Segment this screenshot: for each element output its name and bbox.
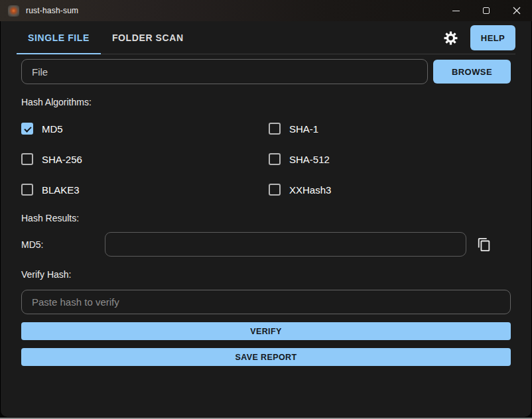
save-report-button[interactable]: SAVE REPORT bbox=[21, 348, 511, 366]
file-picker-row: BROWSE bbox=[21, 59, 511, 84]
verify-button[interactable]: VERIFY bbox=[21, 322, 511, 340]
copy-button[interactable] bbox=[476, 237, 492, 253]
copy-icon bbox=[477, 237, 492, 252]
algorithm-label-md5: MD5 bbox=[42, 123, 63, 135]
algorithm-option-xxhash3[interactable]: XXHash3 bbox=[269, 184, 511, 196]
file-input[interactable] bbox=[21, 59, 428, 84]
window-title: rust-hash-sum bbox=[26, 6, 78, 15]
algorithm-label-sha512: SHA-512 bbox=[289, 154, 330, 165]
hash-algorithms-heading: Hash Algorithms: bbox=[21, 97, 511, 107]
window-controls bbox=[440, 0, 532, 21]
maximize-button[interactable] bbox=[471, 0, 501, 21]
maximize-icon bbox=[483, 7, 490, 14]
titlebar: rust-hash-sum bbox=[0, 0, 532, 21]
algorithm-option-sha1[interactable]: SHA-1 bbox=[269, 123, 511, 135]
checkbox-sha256[interactable] bbox=[21, 153, 33, 165]
checkbox-sha1[interactable] bbox=[269, 123, 281, 135]
browse-button[interactable]: BROWSE bbox=[433, 60, 511, 84]
gear-icon bbox=[443, 30, 458, 46]
algorithm-label-blake3: BLAKE3 bbox=[42, 184, 80, 196]
checkbox-xxhash3[interactable] bbox=[269, 184, 281, 196]
algorithm-label-xxhash3: XXHash3 bbox=[289, 184, 331, 196]
minimize-icon bbox=[452, 11, 460, 11]
help-button[interactable]: HELP bbox=[470, 25, 515, 50]
close-button[interactable] bbox=[501, 0, 532, 21]
settings-button[interactable] bbox=[442, 30, 458, 46]
verify-hash-heading: Verify Hash: bbox=[21, 270, 511, 280]
checkbox-blake3[interactable] bbox=[21, 184, 33, 196]
tab-folder-scan[interactable]: FOLDER SCAN bbox=[101, 21, 195, 54]
md5-result-field[interactable] bbox=[105, 232, 466, 257]
hash-results-heading: Hash Results: bbox=[21, 213, 511, 223]
algorithm-checkbox-grid: MD5 SHA-1 SHA-256 SHA-512 BLAKE3 XXHash3 bbox=[21, 123, 511, 196]
single-file-panel: BROWSE Hash Algorithms: MD5 SHA-1 SHA-25… bbox=[0, 59, 532, 366]
close-icon bbox=[513, 7, 521, 15]
app-window: rust-hash-sum SINGLE FILE FOLDER SCAN bbox=[0, 0, 532, 417]
app-icon bbox=[8, 5, 19, 17]
minimize-button[interactable] bbox=[440, 0, 471, 21]
result-label-md5: MD5: bbox=[21, 239, 105, 250]
algorithm-label-sha1: SHA-1 bbox=[289, 123, 318, 135]
algorithm-option-md5[interactable]: MD5 bbox=[21, 123, 269, 135]
tab-bar: SINGLE FILE FOLDER SCAN HELP bbox=[0, 21, 532, 54]
checkbox-sha512[interactable] bbox=[269, 153, 281, 165]
algorithm-label-sha256: SHA-256 bbox=[42, 154, 82, 165]
verify-hash-input[interactable] bbox=[21, 290, 511, 314]
checkbox-md5[interactable] bbox=[21, 123, 33, 135]
algorithm-option-blake3[interactable]: BLAKE3 bbox=[21, 184, 269, 196]
algorithm-option-sha256[interactable]: SHA-256 bbox=[21, 153, 269, 165]
result-row-md5: MD5: bbox=[21, 232, 511, 257]
algorithm-option-sha512[interactable]: SHA-512 bbox=[269, 153, 511, 165]
tab-single-file[interactable]: SINGLE FILE bbox=[17, 21, 101, 54]
